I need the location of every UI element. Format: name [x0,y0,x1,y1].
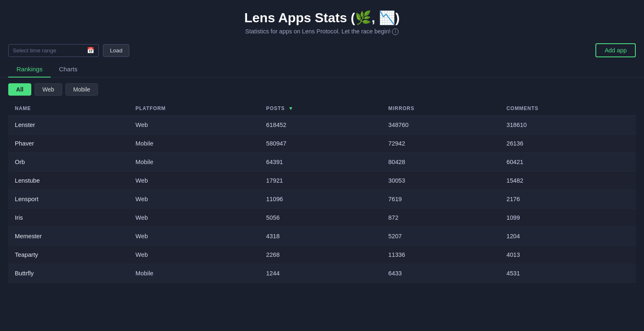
toolbar-left: 📅 Load [8,44,129,57]
cell-comments: 15482 [500,171,636,190]
page-title: Lens Apps Stats (🌿, 📉) [8,10,636,26]
load-button[interactable]: Load [103,44,129,57]
tabs-container: Rankings Charts [0,61,644,77]
col-posts[interactable]: POSTS ▼ [259,101,382,116]
cell-name: Teaparty [8,246,129,264]
cell-platform: Web [129,116,259,134]
rankings-table: NAME PLATFORM POSTS ▼ MIRRORS COMMENTS L… [8,101,636,283]
cell-platform: Web [129,190,259,209]
cell-mirrors: 72942 [382,134,500,153]
calendar-icon: 📅 [87,47,94,54]
sort-arrow-posts: ▼ [288,106,294,111]
cell-platform: Web [129,227,259,246]
cell-comments: 1204 [500,227,636,246]
cell-comments: 2176 [500,190,636,209]
col-comments: COMMENTS [500,101,636,116]
table-row[interactable]: PhaverMobile5809477294226136 [8,134,636,153]
cell-posts: 618452 [259,116,382,134]
filter-row: All Web Mobile [0,77,644,101]
cell-name: Buttrfly [8,264,129,283]
toolbar: 📅 Load Add app [0,39,644,61]
cell-name: Lensport [8,190,129,209]
cell-posts: 64391 [259,153,382,171]
cell-mirrors: 6433 [382,264,500,283]
cell-mirrors: 11336 [382,246,500,264]
cell-platform: Web [129,246,259,264]
cell-name: Memester [8,227,129,246]
cell-platform: Mobile [129,153,259,171]
add-app-button[interactable]: Add app [595,43,636,57]
cell-platform: Mobile [129,134,259,153]
table-row[interactable]: MemesterWeb431852071204 [8,227,636,246]
cell-name: Orb [8,153,129,171]
cell-mirrors: 348760 [382,116,500,134]
cell-comments: 1099 [500,209,636,227]
page-subtitle: Statistics for apps on Lens Protocol. Le… [8,28,636,35]
cell-posts: 2268 [259,246,382,264]
col-platform: PLATFORM [129,101,259,116]
table-row[interactable]: LensterWeb618452348760318610 [8,116,636,134]
cell-name: Lenster [8,116,129,134]
cell-mirrors: 5207 [382,227,500,246]
cell-posts: 11096 [259,190,382,209]
tab-charts[interactable]: Charts [51,61,86,77]
filter-all[interactable]: All [8,83,31,96]
time-range-input[interactable] [13,47,84,54]
table-container[interactable]: NAME PLATFORM POSTS ▼ MIRRORS COMMENTS L… [0,101,644,291]
table-row[interactable]: OrbMobile643918042860421 [8,153,636,171]
cell-comments: 4013 [500,246,636,264]
cell-posts: 5056 [259,209,382,227]
cell-comments: 318610 [500,116,636,134]
table-row[interactable]: IrisWeb50568721099 [8,209,636,227]
table-row[interactable]: LensportWeb1109676192176 [8,190,636,209]
cell-name: Iris [8,209,129,227]
info-icon[interactable]: i [392,28,399,35]
table-header-row: NAME PLATFORM POSTS ▼ MIRRORS COMMENTS [8,101,636,116]
cell-platform: Mobile [129,264,259,283]
cell-name: Lenstube [8,171,129,190]
col-name: NAME [8,101,129,116]
cell-platform: Web [129,171,259,190]
cell-mirrors: 30053 [382,171,500,190]
cell-mirrors: 7619 [382,190,500,209]
table-row[interactable]: TeapartyWeb2268113364013 [8,246,636,264]
cell-posts: 1244 [259,264,382,283]
col-mirrors: MIRRORS [382,101,500,116]
cell-name: Phaver [8,134,129,153]
time-range-container: 📅 [8,44,99,57]
cell-comments: 4531 [500,264,636,283]
tab-rankings[interactable]: Rankings [8,61,51,77]
cell-platform: Web [129,209,259,227]
cell-posts: 4318 [259,227,382,246]
cell-mirrors: 80428 [382,153,500,171]
cell-posts: 580947 [259,134,382,153]
cell-posts: 17921 [259,171,382,190]
filter-mobile[interactable]: Mobile [65,83,98,96]
cell-mirrors: 872 [382,209,500,227]
cell-comments: 60421 [500,153,636,171]
page-header: Lens Apps Stats (🌿, 📉) Statistics for ap… [0,0,644,39]
filter-web[interactable]: Web [35,83,62,96]
table-row[interactable]: LenstubeWeb179213005315482 [8,171,636,190]
cell-comments: 26136 [500,134,636,153]
table-row[interactable]: ButtrflyMobile124464334531 [8,264,636,283]
